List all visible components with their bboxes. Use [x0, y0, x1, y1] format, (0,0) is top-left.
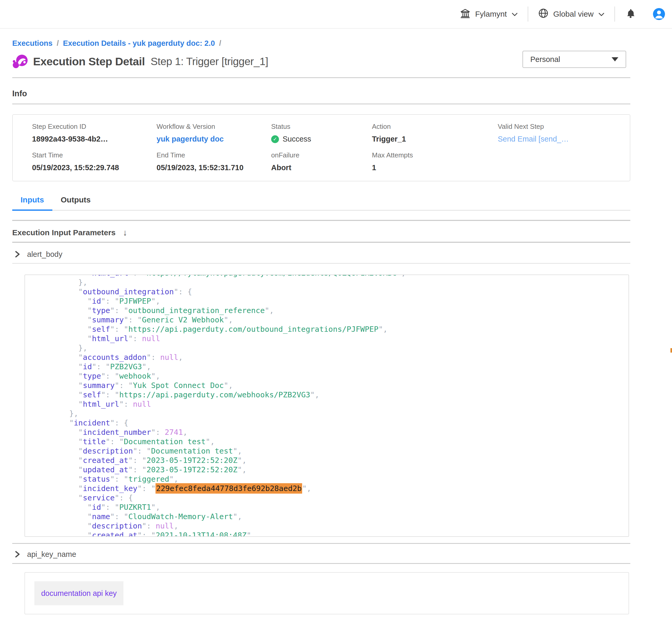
tab-bar: Inputs Outputs	[12, 195, 630, 210]
page-title: Execution Step Detail	[33, 55, 145, 68]
scrollbar-match-marker[interactable]	[670, 348, 672, 352]
section-header: Execution Input Parameters ↓	[12, 228, 630, 237]
expander-alert-body[interactable]: alert_body	[12, 249, 630, 260]
org-switcher[interactable]: Fylamynt	[460, 8, 518, 20]
view-name: Global view	[553, 10, 594, 18]
main-content: Executions / Execution Details - yuk pag…	[12, 39, 630, 618]
workflow-link[interactable]: yuk pagerduty doc	[157, 135, 224, 143]
expander-api-key-name[interactable]: api_key_name	[12, 549, 630, 559]
title-row: Execution Step Detail Step 1: Trigger [t…	[12, 53, 630, 70]
api-key-name-card: documentation api key	[24, 572, 629, 614]
param-name: api_key_name	[27, 550, 76, 559]
globe-icon	[538, 8, 549, 20]
divider	[12, 242, 630, 243]
info-grid: Step Execution ID 18992a43-9538-4b2… Wor…	[13, 115, 630, 181]
org-name: Fylamynt	[475, 10, 507, 18]
chevron-right-icon	[15, 550, 20, 558]
scope-select-value: Personal	[530, 55, 560, 64]
field-valid-next-step: Valid Next Step Send Email [send_…	[498, 122, 630, 143]
download-arrow-icon[interactable]: ↓	[123, 228, 128, 237]
field-workflow-version: Workflow & Version yuk pagerduty doc	[157, 122, 271, 143]
caret-down-icon	[611, 57, 618, 62]
header-divider	[528, 6, 528, 22]
user-avatar[interactable]	[653, 8, 665, 20]
info-heading: Info	[12, 89, 630, 98]
chevron-right-icon	[15, 250, 20, 258]
field-start-time: Start Time 05/19/2023, 15:52:29.748	[32, 151, 157, 172]
tab-inputs[interactable]: Inputs	[12, 195, 52, 211]
tab-outputs[interactable]: Outputs	[52, 195, 99, 210]
breadcrumb-execution-details[interactable]: Execution Details - yuk pagerduty doc: 2…	[63, 39, 215, 47]
json-viewer[interactable]: "html_url": "https://fylamynt.pagerduty.…	[24, 275, 629, 537]
param-name: alert_body	[27, 250, 62, 259]
section-title: Execution Input Parameters	[12, 228, 116, 237]
next-step-link[interactable]: Send Email [send_…	[498, 135, 569, 143]
breadcrumb: Executions / Execution Details - yuk pag…	[12, 39, 630, 47]
notifications-button[interactable]	[625, 8, 636, 20]
view-switcher[interactable]: Global view	[538, 8, 604, 20]
organization-icon	[460, 8, 471, 20]
scope-select[interactable]: Personal	[522, 51, 626, 68]
field-status: Status ✓ Success	[271, 122, 372, 143]
breadcrumb-separator: /	[57, 39, 59, 47]
top-bar: Fylamynt Global view	[0, 0, 672, 29]
header-divider	[614, 6, 615, 22]
field-max-attempts: Max Attempts 1	[372, 151, 498, 172]
divider	[12, 104, 630, 104]
breadcrumb-executions[interactable]: Executions	[12, 39, 53, 47]
field-step-execution-id: Step Execution ID 18992a43-9538-4b2…	[32, 122, 157, 143]
workflow-logo-icon	[12, 54, 28, 69]
info-card: Step Execution ID 18992a43-9538-4b2… Wor…	[12, 114, 630, 181]
field-action: Action Trigger_1	[372, 122, 498, 143]
field-end-time: End Time 05/19/2023, 15:52:31.710	[157, 151, 271, 172]
divider	[12, 543, 630, 544]
divider	[12, 220, 630, 221]
page-subtitle: Step 1: Trigger [trigger_1]	[151, 56, 268, 68]
success-check-icon: ✓	[271, 135, 279, 143]
header-actions: Fylamynt Global view	[460, 6, 672, 22]
divider	[12, 263, 630, 264]
divider	[12, 77, 630, 78]
api-key-name-value: documentation api key	[34, 581, 123, 605]
chevron-down-icon	[598, 10, 604, 18]
status-value: Success	[282, 135, 311, 143]
divider	[12, 563, 630, 564]
field-onfailure: onFailure Abort	[271, 151, 372, 172]
chevron-down-icon	[512, 10, 518, 18]
json-code: "html_url": "https://fylamynt.pagerduty.…	[25, 275, 628, 537]
breadcrumb-separator: /	[219, 39, 221, 47]
